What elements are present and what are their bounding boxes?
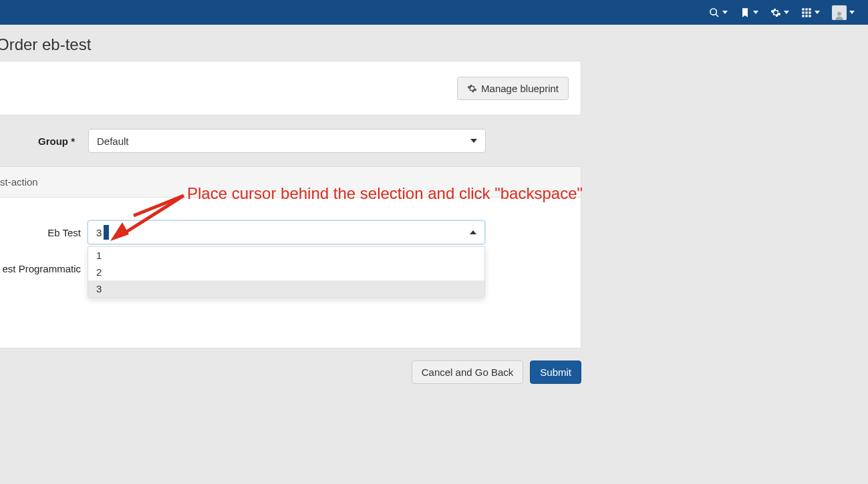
svg-rect-7 xyxy=(809,11,811,13)
caret-down-icon xyxy=(784,11,789,14)
user-icon xyxy=(835,11,844,20)
svg-point-0 xyxy=(710,9,716,15)
svg-rect-6 xyxy=(805,11,807,13)
grid-icon xyxy=(801,7,812,18)
svg-rect-8 xyxy=(802,15,804,17)
submit-button[interactable]: Submit xyxy=(530,360,581,384)
svg-rect-5 xyxy=(802,11,804,13)
group-value: Default xyxy=(97,136,129,147)
group-label: Group * xyxy=(0,136,75,147)
search-icon xyxy=(709,7,720,18)
cancel-button[interactable]: Cancel and Go Back xyxy=(412,360,524,384)
option-2[interactable]: 2 xyxy=(88,264,484,280)
svg-line-12 xyxy=(120,196,184,236)
bookmark-icon xyxy=(740,7,750,18)
svg-line-1 xyxy=(716,14,718,17)
svg-rect-3 xyxy=(805,8,807,10)
top-navbar xyxy=(0,0,868,25)
svg-rect-4 xyxy=(809,8,811,10)
gear-icon xyxy=(770,7,781,18)
nav-search[interactable] xyxy=(709,7,728,18)
annotation-arrow xyxy=(110,189,190,249)
gear-icon xyxy=(467,83,477,93)
manage-blueprint-button[interactable]: Manage blueprint xyxy=(457,77,569,100)
svg-marker-13 xyxy=(110,222,129,241)
annotation-text: Place cursor behind the selection and cl… xyxy=(187,184,583,203)
caret-up-icon xyxy=(470,230,476,234)
group-row: Group * Default xyxy=(0,115,868,166)
blueprint-card: Manage blueprint xyxy=(0,61,581,115)
caret-down-icon xyxy=(849,11,855,14)
text-cursor xyxy=(104,225,109,240)
nav-user[interactable] xyxy=(832,5,855,20)
svg-rect-9 xyxy=(805,15,807,17)
eb-test-selected-value: 3 xyxy=(96,227,103,238)
avatar xyxy=(832,5,847,20)
caret-down-icon xyxy=(815,11,820,14)
eb-test-label: Eb Test xyxy=(0,227,88,238)
nav-bookmark[interactable] xyxy=(740,7,758,18)
caret-down-icon xyxy=(753,11,758,14)
nav-settings[interactable] xyxy=(770,7,789,18)
svg-point-11 xyxy=(837,11,841,15)
group-dropdown[interactable]: Default xyxy=(88,129,486,153)
page-title: Order eb-test xyxy=(0,25,868,61)
nav-apps[interactable] xyxy=(801,7,820,18)
programmatic-label: est Programmatic xyxy=(0,263,88,274)
caret-down-icon xyxy=(722,11,728,14)
svg-rect-10 xyxy=(809,15,811,17)
eb-test-selected-area: 3 xyxy=(96,225,109,240)
eb-test-row: Eb Test 3 1 2 3 xyxy=(0,214,581,244)
manage-blueprint-label: Manage blueprint xyxy=(481,83,559,94)
footer-actions: Cancel and Go Back Submit xyxy=(0,348,581,384)
eb-test-options: 1 2 3 xyxy=(88,246,485,298)
svg-rect-2 xyxy=(802,8,804,10)
option-1[interactable]: 1 xyxy=(88,247,484,264)
caret-down-icon xyxy=(470,139,477,143)
option-3[interactable]: 3 xyxy=(88,280,484,297)
